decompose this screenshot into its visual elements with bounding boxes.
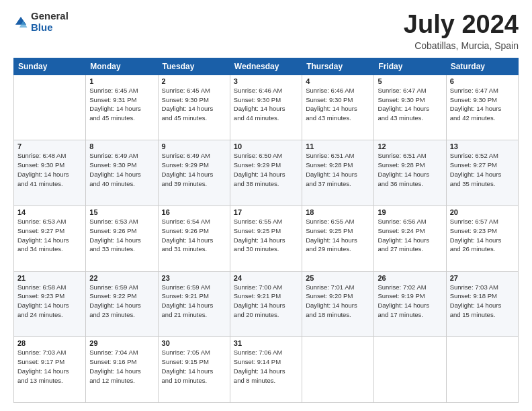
calendar-cell: 29Sunrise: 7:04 AM Sunset: 9:16 PM Dayli… bbox=[86, 337, 158, 403]
day-content: Sunrise: 6:53 AM Sunset: 9:26 PM Dayligh… bbox=[89, 217, 154, 254]
calendar-cell: 27Sunrise: 7:03 AM Sunset: 9:18 PM Dayli… bbox=[446, 271, 518, 337]
calendar-cell: 1Sunrise: 6:45 AM Sunset: 9:31 PM Daylig… bbox=[86, 75, 158, 140]
calendar-cell: 31Sunrise: 7:06 AM Sunset: 9:14 PM Dayli… bbox=[230, 337, 302, 403]
calendar-cell: 20Sunrise: 6:57 AM Sunset: 9:23 PM Dayli… bbox=[446, 206, 518, 272]
day-content: Sunrise: 6:53 AM Sunset: 9:27 PM Dayligh… bbox=[17, 217, 82, 254]
day-content: Sunrise: 7:06 AM Sunset: 9:14 PM Dayligh… bbox=[234, 348, 298, 385]
day-content: Sunrise: 6:55 AM Sunset: 9:25 PM Dayligh… bbox=[306, 217, 370, 254]
day-number: 21 bbox=[17, 274, 82, 282]
calendar-cell: 15Sunrise: 6:53 AM Sunset: 9:26 PM Dayli… bbox=[86, 206, 158, 272]
day-number: 15 bbox=[89, 208, 154, 216]
day-number: 4 bbox=[306, 77, 370, 85]
day-content: Sunrise: 6:48 AM Sunset: 9:30 PM Dayligh… bbox=[17, 151, 82, 188]
day-number: 3 bbox=[234, 77, 298, 85]
calendar-cell: 2Sunrise: 6:45 AM Sunset: 9:30 PM Daylig… bbox=[158, 75, 230, 140]
day-number: 9 bbox=[162, 142, 226, 150]
day-content: Sunrise: 6:51 AM Sunset: 9:28 PM Dayligh… bbox=[306, 151, 370, 188]
header-saturday: Saturday bbox=[446, 58, 518, 75]
day-content: Sunrise: 6:49 AM Sunset: 9:29 PM Dayligh… bbox=[162, 151, 226, 188]
day-number: 24 bbox=[234, 274, 298, 282]
calendar-week-4: 21Sunrise: 6:58 AM Sunset: 9:23 PM Dayli… bbox=[14, 271, 519, 337]
day-number: 18 bbox=[306, 208, 370, 216]
day-content: Sunrise: 6:52 AM Sunset: 9:27 PM Dayligh… bbox=[450, 151, 515, 188]
day-content: Sunrise: 7:02 AM Sunset: 9:19 PM Dayligh… bbox=[378, 283, 442, 320]
calendar-cell: 8Sunrise: 6:49 AM Sunset: 9:30 PM Daylig… bbox=[86, 140, 158, 206]
calendar-header-row: Sunday Monday Tuesday Wednesday Thursday… bbox=[14, 58, 519, 75]
day-number: 29 bbox=[89, 339, 154, 347]
day-content: Sunrise: 6:55 AM Sunset: 9:25 PM Dayligh… bbox=[234, 217, 298, 254]
header-monday: Monday bbox=[86, 58, 158, 75]
calendar-cell: 18Sunrise: 6:55 AM Sunset: 9:25 PM Dayli… bbox=[302, 206, 374, 272]
header-wednesday: Wednesday bbox=[230, 58, 302, 75]
calendar-cell: 26Sunrise: 7:02 AM Sunset: 9:19 PM Dayli… bbox=[374, 271, 446, 337]
day-content: Sunrise: 6:50 AM Sunset: 9:29 PM Dayligh… bbox=[234, 151, 298, 188]
day-content: Sunrise: 6:47 AM Sunset: 9:30 PM Dayligh… bbox=[378, 86, 442, 123]
calendar-cell: 13Sunrise: 6:52 AM Sunset: 9:27 PM Dayli… bbox=[446, 140, 518, 206]
day-content: Sunrise: 7:05 AM Sunset: 9:15 PM Dayligh… bbox=[162, 348, 226, 385]
day-number: 26 bbox=[378, 274, 442, 282]
calendar-cell bbox=[374, 337, 446, 403]
calendar-cell: 14Sunrise: 6:53 AM Sunset: 9:27 PM Dayli… bbox=[14, 206, 86, 272]
day-number: 14 bbox=[17, 208, 82, 216]
calendar-cell: 16Sunrise: 6:54 AM Sunset: 9:26 PM Dayli… bbox=[158, 206, 230, 272]
day-content: Sunrise: 6:47 AM Sunset: 9:30 PM Dayligh… bbox=[450, 86, 515, 123]
day-number: 11 bbox=[306, 142, 370, 150]
day-content: Sunrise: 6:54 AM Sunset: 9:26 PM Dayligh… bbox=[162, 217, 226, 254]
day-number: 20 bbox=[450, 208, 515, 216]
day-number: 30 bbox=[162, 339, 226, 347]
day-number: 1 bbox=[89, 77, 154, 85]
calendar-cell: 5Sunrise: 6:47 AM Sunset: 9:30 PM Daylig… bbox=[374, 75, 446, 140]
day-number: 13 bbox=[450, 142, 515, 150]
calendar-cell: 7Sunrise: 6:48 AM Sunset: 9:30 PM Daylig… bbox=[14, 140, 86, 206]
header-thursday: Thursday bbox=[302, 58, 374, 75]
day-content: Sunrise: 6:59 AM Sunset: 9:21 PM Dayligh… bbox=[162, 283, 226, 320]
calendar-week-1: 1Sunrise: 6:45 AM Sunset: 9:31 PM Daylig… bbox=[14, 75, 519, 140]
calendar-cell: 12Sunrise: 6:51 AM Sunset: 9:28 PM Dayli… bbox=[374, 140, 446, 206]
calendar-cell: 17Sunrise: 6:55 AM Sunset: 9:25 PM Dayli… bbox=[230, 206, 302, 272]
calendar-cell: 4Sunrise: 6:46 AM Sunset: 9:30 PM Daylig… bbox=[302, 75, 374, 140]
day-number: 23 bbox=[162, 274, 226, 282]
header-friday: Friday bbox=[374, 58, 446, 75]
month-title: July 2024 bbox=[404, 11, 519, 39]
calendar-table: Sunday Monday Tuesday Wednesday Thursday… bbox=[13, 58, 519, 403]
calendar-cell: 9Sunrise: 6:49 AM Sunset: 9:29 PM Daylig… bbox=[158, 140, 230, 206]
location: Cobatillas, Murcia, Spain bbox=[404, 40, 519, 51]
calendar-cell: 21Sunrise: 6:58 AM Sunset: 9:23 PM Dayli… bbox=[14, 271, 86, 337]
calendar-cell: 23Sunrise: 6:59 AM Sunset: 9:21 PM Dayli… bbox=[158, 271, 230, 337]
calendar-cell: 19Sunrise: 6:56 AM Sunset: 9:24 PM Dayli… bbox=[374, 206, 446, 272]
day-content: Sunrise: 6:46 AM Sunset: 9:30 PM Dayligh… bbox=[234, 86, 298, 123]
calendar-cell: 24Sunrise: 7:00 AM Sunset: 9:21 PM Dayli… bbox=[230, 271, 302, 337]
day-number: 31 bbox=[234, 339, 298, 347]
calendar-cell bbox=[446, 337, 518, 403]
day-content: Sunrise: 7:03 AM Sunset: 9:18 PM Dayligh… bbox=[450, 283, 515, 320]
day-number: 2 bbox=[162, 77, 226, 85]
day-content: Sunrise: 6:58 AM Sunset: 9:23 PM Dayligh… bbox=[17, 283, 82, 320]
calendar-cell: 3Sunrise: 6:46 AM Sunset: 9:30 PM Daylig… bbox=[230, 75, 302, 140]
day-number: 16 bbox=[162, 208, 226, 216]
calendar-cell bbox=[302, 337, 374, 403]
day-number: 17 bbox=[234, 208, 298, 216]
calendar-cell bbox=[14, 75, 86, 140]
day-content: Sunrise: 6:49 AM Sunset: 9:30 PM Dayligh… bbox=[89, 151, 154, 188]
logo-text: General Blue bbox=[31, 11, 69, 33]
calendar-cell: 10Sunrise: 6:50 AM Sunset: 9:29 PM Dayli… bbox=[230, 140, 302, 206]
day-number: 25 bbox=[306, 274, 370, 282]
day-content: Sunrise: 7:03 AM Sunset: 9:17 PM Dayligh… bbox=[17, 348, 82, 385]
day-content: Sunrise: 6:51 AM Sunset: 9:28 PM Dayligh… bbox=[378, 151, 442, 188]
title-block: July 2024 Cobatillas, Murcia, Spain bbox=[404, 11, 519, 51]
calendar-cell: 30Sunrise: 7:05 AM Sunset: 9:15 PM Dayli… bbox=[158, 337, 230, 403]
calendar-cell: 6Sunrise: 6:47 AM Sunset: 9:30 PM Daylig… bbox=[446, 75, 518, 140]
calendar-cell: 11Sunrise: 6:51 AM Sunset: 9:28 PM Dayli… bbox=[302, 140, 374, 206]
header: General Blue July 2024 Cobatillas, Murci… bbox=[13, 11, 519, 51]
day-content: Sunrise: 6:59 AM Sunset: 9:22 PM Dayligh… bbox=[89, 283, 154, 320]
calendar-cell: 25Sunrise: 7:01 AM Sunset: 9:20 PM Dayli… bbox=[302, 271, 374, 337]
calendar-week-3: 14Sunrise: 6:53 AM Sunset: 9:27 PM Dayli… bbox=[14, 206, 519, 272]
day-content: Sunrise: 6:56 AM Sunset: 9:24 PM Dayligh… bbox=[378, 217, 442, 254]
day-content: Sunrise: 6:45 AM Sunset: 9:31 PM Dayligh… bbox=[89, 86, 154, 123]
day-number: 22 bbox=[89, 274, 154, 282]
day-content: Sunrise: 6:46 AM Sunset: 9:30 PM Dayligh… bbox=[306, 86, 370, 123]
header-tuesday: Tuesday bbox=[158, 58, 230, 75]
day-number: 27 bbox=[450, 274, 515, 282]
day-content: Sunrise: 7:00 AM Sunset: 9:21 PM Dayligh… bbox=[234, 283, 298, 320]
calendar-week-5: 28Sunrise: 7:03 AM Sunset: 9:17 PM Dayli… bbox=[14, 337, 519, 403]
